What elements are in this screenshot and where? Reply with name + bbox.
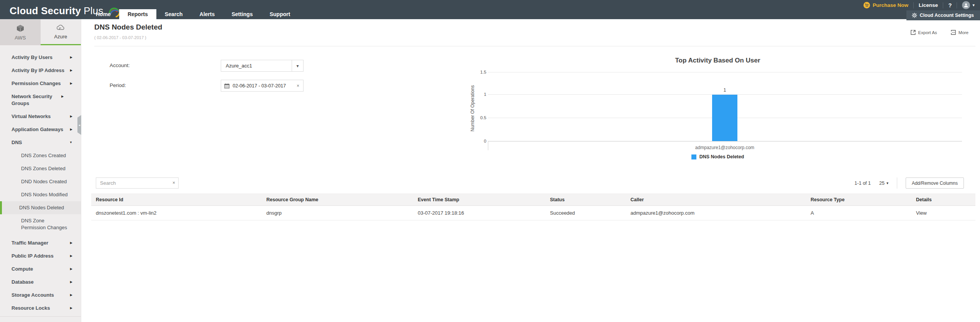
sidebar: AWS Azure Activity By Users ▶ Activity B…: [0, 19, 81, 322]
sidebar-item-traffic-manager[interactable]: Traffic Manager ▶: [0, 237, 81, 250]
sidebar-item-virtual-networks[interactable]: Virtual Networks ▶: [0, 110, 81, 123]
user-avatar-icon[interactable]: [962, 1, 970, 9]
x-category-label: admpazure1@zohocorp.com: [648, 145, 801, 150]
page-size-dropdown[interactable]: 25 ▾: [879, 181, 888, 186]
nav-tab-search[interactable]: Search: [156, 9, 191, 19]
y-tick: 0: [469, 138, 486, 144]
chevron-right-icon: ▶: [70, 305, 72, 312]
export-icon: [911, 30, 916, 35]
sidebar-subitem-dns-zone-permission-changes[interactable]: DNS Zone Permission Changes: [0, 214, 81, 234]
account-select[interactable]: Azure_acc1 ▾: [221, 60, 304, 72]
sidebar-subitem-dns-nodes-deleted[interactable]: DNS Nodes Deleted: [0, 201, 81, 214]
divider: [897, 177, 897, 189]
column-header-resource-id[interactable]: Resource Id: [91, 194, 262, 205]
sidebar-subitem-label: DNS Nodes Modified: [21, 191, 72, 198]
table-search: ×: [96, 177, 179, 189]
sidebar-item-resource-locks[interactable]: Resource Locks ▶: [0, 302, 81, 315]
cloud-account-settings-button[interactable]: Cloud Account Settings: [906, 10, 980, 20]
x-axis-line: [488, 141, 962, 141]
sidebar-item-label: Database: [11, 279, 70, 286]
sidebar-subitem-dnd-nodes-created[interactable]: DND Nodes Created: [0, 175, 81, 188]
sidebar-subitem-label: DNS Zones Deleted: [21, 165, 72, 172]
export-as-button[interactable]: Export As: [911, 30, 937, 35]
sidebar-item-compute[interactable]: Compute ▶: [0, 263, 81, 276]
column-header-caller[interactable]: Caller: [626, 194, 806, 205]
license-link[interactable]: License: [919, 2, 938, 8]
period-input[interactable]: 02-06-2017 - 03-07-2017 ×: [221, 80, 304, 92]
legend-swatch-icon: [691, 154, 696, 159]
azure-cloud-icon: [56, 24, 65, 31]
chevron-down-icon[interactable]: ▾: [292, 60, 303, 71]
sidebar-subitem-label: DND Nodes Created: [21, 178, 72, 185]
sidebar-item-activity-by-ip-address[interactable]: Activity By IP Address ▶: [0, 64, 81, 77]
sidebar-item-label: Virtual Networks: [11, 113, 70, 120]
account-selected-value: Azure_acc1: [221, 63, 292, 69]
cell-resource-group-name: dnsgrp: [262, 206, 413, 220]
sidebar-item-permission-changes[interactable]: Permission Changes ▶: [0, 77, 81, 90]
chart-legend-item[interactable]: DNS Nodes Deleted: [469, 154, 966, 159]
view-details-link[interactable]: View: [911, 206, 975, 220]
chevron-right-icon: ▶: [70, 80, 72, 87]
calendar-icon: [224, 83, 230, 89]
sidebar-subitem-dns-nodes-modified[interactable]: DNS Nodes Modified: [0, 188, 81, 201]
sidebar-subitem-label: DNS Zone Permission Changes: [21, 217, 69, 231]
nav-tab-settings[interactable]: Settings: [223, 9, 261, 19]
sidebar-item-public-ip-address[interactable]: Public IP Address ▶: [0, 250, 81, 263]
sidebar-item-label: Application Gateways: [11, 126, 70, 133]
nav-tab-alerts[interactable]: Alerts: [191, 9, 223, 19]
column-header-details[interactable]: Details: [911, 194, 975, 205]
search-clear-icon[interactable]: ×: [172, 180, 175, 186]
add-remove-columns-button[interactable]: Add/Remove Columns: [906, 177, 964, 189]
nav-tab-support[interactable]: Support: [261, 9, 299, 19]
period-value: 02-06-2017 - 03-07-2017: [233, 83, 294, 89]
period-label: Period:: [110, 82, 126, 88]
sidebar-item-activity-by-users[interactable]: Activity By Users ▶: [0, 51, 81, 64]
sidebar-subitem-dns-zones-deleted[interactable]: DNS Zones Deleted: [0, 162, 81, 175]
help-button[interactable]: ?: [948, 2, 952, 8]
sidebar-subitem-label: DNS Zones Created: [21, 152, 72, 159]
cart-icon: [863, 2, 870, 8]
more-button[interactable]: More: [951, 30, 969, 35]
sidebar-item-label: Compute: [11, 266, 70, 273]
tab-azure[interactable]: Azure: [41, 19, 81, 45]
nav-tab-home[interactable]: Home: [87, 9, 119, 19]
sidebar-item-dns[interactable]: DNS ▼: [0, 136, 81, 149]
column-header-resource-type[interactable]: Resource Type: [806, 194, 911, 205]
sidebar-collapse-handle[interactable]: ◄: [77, 115, 81, 135]
main-nav-tabs: Home Reports Search Alerts Settings Supp…: [87, 9, 299, 19]
search-input[interactable]: [96, 177, 179, 189]
sidebar-subitem-dns-zones-created[interactable]: DNS Zones Created: [0, 149, 81, 162]
account-label: Account:: [110, 62, 130, 68]
chevron-right-icon: ▶: [70, 253, 72, 260]
column-header-resource-group-name[interactable]: Resource Group Name: [262, 194, 413, 205]
user-menu-caret-icon[interactable]: ▾: [972, 3, 975, 8]
sidebar-item-storage-accounts[interactable]: Storage Accounts ▶: [0, 289, 81, 302]
report-date-range: ( 02-06-2017 - 03-07-2017 ): [94, 35, 146, 40]
chevron-right-icon: ▶: [61, 93, 64, 100]
divider: [94, 46, 975, 46]
caret-down-icon: ▾: [886, 181, 888, 185]
results-table: Resource Id Resource Group Name Event Ti…: [91, 194, 975, 220]
sidebar-item-network-security-groups[interactable]: Network Security Groups ▶: [0, 90, 81, 110]
sidebar-item-database[interactable]: Database ▶: [0, 276, 81, 289]
tab-aws[interactable]: AWS: [0, 19, 41, 45]
column-header-status[interactable]: Status: [545, 194, 626, 205]
sidebar-item-application-gateways[interactable]: Application Gateways ▶: [0, 123, 81, 136]
nav-tab-reports[interactable]: Reports: [119, 9, 156, 19]
divider: [943, 2, 943, 8]
sidebar-menu: Activity By Users ▶ Activity By IP Addre…: [0, 45, 81, 315]
table-toolbar: 1-1 of 1 25 ▾ Add/Remove Columns: [855, 177, 964, 189]
period-clear-icon[interactable]: ×: [297, 83, 299, 89]
cell-resource-type: A: [806, 206, 911, 220]
page-size-value: 25: [879, 181, 885, 186]
cloud-provider-tabs: AWS Azure: [0, 19, 81, 45]
column-header-event-time-stamp[interactable]: Event Time Stamp: [413, 194, 545, 205]
cell-resource-id: dnszonetest1.com : vm-lin2: [91, 206, 262, 220]
sidebar-item-label: Network Security Groups: [11, 93, 61, 107]
sidebar-item-label: Permission Changes: [11, 80, 70, 87]
divider: [957, 2, 957, 8]
export-as-label: Export As: [918, 30, 937, 35]
brand-title-main: Cloud Security: [10, 5, 81, 16]
purchase-now-link[interactable]: Purchase Now: [863, 2, 908, 8]
bar-dns-nodes-deleted[interactable]: [712, 95, 737, 141]
